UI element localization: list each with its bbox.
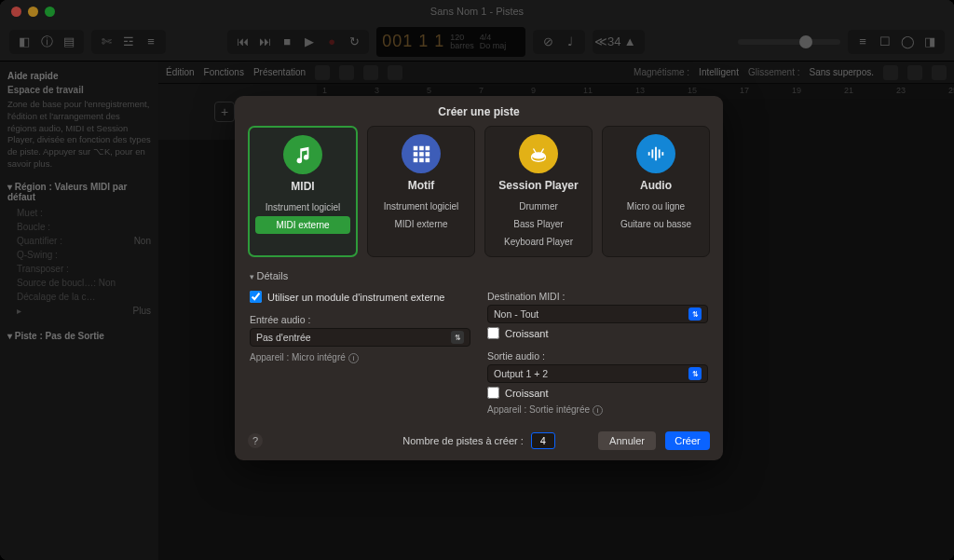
track-type-tile-session-player[interactable]: Session PlayerDrummerBass PlayerKeyboard… <box>484 126 593 257</box>
svg-line-11 <box>541 149 544 154</box>
audio-out-select[interactable]: Output 1 + 2 ⇅ <box>487 364 708 383</box>
track-subtype-option[interactable]: Instrument logiciel <box>374 198 469 215</box>
midi-dest-value: Non - Tout <box>494 308 538 320</box>
track-subtype-option[interactable]: MIDI externe <box>255 216 350 234</box>
cancel-button[interactable]: Annuler <box>598 431 656 450</box>
svg-rect-2 <box>426 146 430 151</box>
svg-rect-6 <box>414 158 418 163</box>
output-device-label: Appareil : Sortie intégréei <box>487 404 708 416</box>
audio-in-select[interactable]: Pas d'entrée ⇅ <box>250 328 470 347</box>
svg-line-10 <box>534 149 537 154</box>
svg-rect-5 <box>426 152 430 157</box>
drum-icon <box>519 134 558 173</box>
external-instrument-checkbox[interactable]: Utiliser un module d'instrument externe <box>250 291 470 303</box>
audio-out-value: Output 1 + 2 <box>494 368 548 379</box>
track-subtype-option[interactable]: Guitare ou basse <box>608 215 703 233</box>
chevron-updown-icon: ⇅ <box>688 307 702 321</box>
chevron-updown-icon: ⇅ <box>688 367 702 380</box>
details-panel: Utiliser un module d'instrument externe … <box>235 285 723 425</box>
external-instrument-input[interactable] <box>250 291 262 303</box>
dialog-title: Créer une piste <box>235 96 723 126</box>
ascending-midi-checkbox[interactable]: Croissant <box>487 327 708 339</box>
audio-in-label: Entrée audio : <box>250 314 470 325</box>
input-device-label: Appareil : Micro intégréi <box>250 352 470 363</box>
waveform-icon <box>636 134 675 173</box>
track-subtype-option[interactable]: Bass Player <box>491 215 586 233</box>
app-window: Sans Nom 1 - Pistes ◧ ⓘ ▤ ✄ ☲ ≡ ⏮ ⏭ ■ ▶ … <box>0 0 954 560</box>
new-track-dialog: Créer une piste MIDIInstrument logicielM… <box>235 96 723 460</box>
svg-rect-3 <box>414 152 418 157</box>
track-type-tiles: MIDIInstrument logicielMIDI externeMotif… <box>235 126 723 266</box>
track-subtype-option[interactable]: Keyboard Player <box>491 233 586 251</box>
track-subtype-option[interactable]: Drummer <box>491 198 586 215</box>
audio-in-value: Pas d'entrée <box>256 332 311 343</box>
audio-out-label: Sortie audio : <box>487 350 708 362</box>
track-count-label: Nombre de pistes à créer : <box>402 435 524 446</box>
external-instrument-label: Utiliser un module d'instrument externe <box>267 292 444 303</box>
tile-title: Audio <box>640 179 672 192</box>
chevron-updown-icon: ⇅ <box>451 331 464 344</box>
svg-rect-1 <box>419 146 424 151</box>
svg-rect-7 <box>419 158 424 163</box>
music-note-icon <box>283 135 322 174</box>
svg-rect-8 <box>426 158 430 163</box>
track-count-input[interactable] <box>531 432 555 449</box>
track-subtype-option[interactable]: Micro ou ligne <box>608 198 703 215</box>
svg-point-9 <box>532 152 546 158</box>
tile-title: Motif <box>408 179 435 192</box>
info-icon[interactable]: i <box>348 353 359 363</box>
midi-dest-label: Destination MIDI : <box>487 291 708 302</box>
create-button[interactable]: Créer <box>665 431 710 450</box>
track-subtype-option[interactable]: Instrument logiciel <box>255 198 350 216</box>
tile-title: MIDI <box>291 180 314 193</box>
ascending-audio-checkbox[interactable]: Croissant <box>487 387 708 399</box>
midi-dest-select[interactable]: Non - Tout ⇅ <box>487 305 708 323</box>
dialog-footer: ? Nombre de pistes à créer : Annuler Cré… <box>235 425 723 460</box>
details-disclosure[interactable]: Détails <box>235 266 723 285</box>
track-type-tile-midi[interactable]: MIDIInstrument logicielMIDI externe <box>248 126 358 257</box>
track-type-tile-motif[interactable]: MotifInstrument logicielMIDI externe <box>367 126 475 257</box>
track-type-tile-audio[interactable]: AudioMicro ou ligneGuitare ou basse <box>602 126 710 257</box>
tile-title: Session Player <box>498 179 578 192</box>
info-icon[interactable]: i <box>593 405 603 416</box>
track-subtype-option[interactable]: MIDI externe <box>374 215 469 233</box>
help-button[interactable]: ? <box>248 433 263 448</box>
svg-rect-4 <box>419 152 424 157</box>
svg-rect-0 <box>414 146 418 151</box>
grid-icon <box>402 134 441 173</box>
